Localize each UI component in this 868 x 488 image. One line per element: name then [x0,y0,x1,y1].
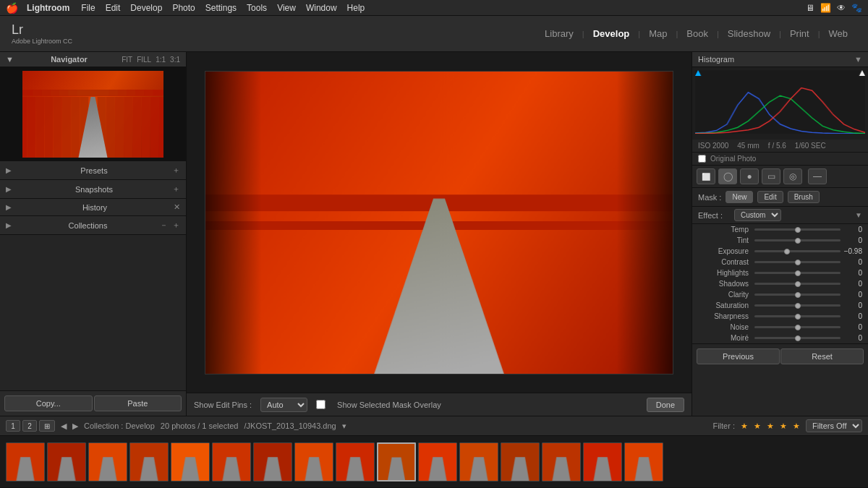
zoom-1-1[interactable]: 1:1 [156,56,166,64]
slider-track-noise[interactable] [754,326,841,328]
star-3[interactable]: ★ [767,421,774,431]
filmstrip-num-1[interactable]: 1 [6,420,20,432]
filmstrip-thumb[interactable] [542,442,581,481]
module-map[interactable]: Map [640,25,676,42]
grid-view-btn[interactable]: ⊞ [39,420,55,432]
circle-tool[interactable]: ◯ [718,168,737,184]
presets-header[interactable]: ▶ Presets ＋ [0,161,186,179]
module-web[interactable]: Web [820,25,857,42]
history-header[interactable]: ▶ History ✕ [0,199,186,215]
slider-thumb-sharpness[interactable] [795,314,801,320]
slider-thumb-contrast[interactable] [795,260,801,265]
filmstrip-thumb[interactable] [212,442,251,481]
paste-button[interactable]: Paste [94,395,182,411]
rect-mask-tool[interactable]: ⬜ [697,168,715,184]
menu-photo[interactable]: Photo [172,3,195,13]
mask-brush-button[interactable]: Brush [788,191,820,203]
slider-track-highlights[interactable] [754,272,841,274]
slider-track-clarity[interactable] [754,294,841,296]
collections-add-icon[interactable]: ＋ [172,220,180,231]
zoom-fill[interactable]: FILL [137,56,151,64]
filmstrip-thumb[interactable] [47,442,86,481]
filmstrip-thumb[interactable] [418,442,457,481]
mask-edit-button[interactable]: Edit [757,191,783,203]
filters-dropdown[interactable]: Filters Off [806,419,862,432]
slider-track-moiré[interactable] [754,337,841,339]
slider-thumb-clarity[interactable] [795,292,801,298]
slider-thumb-tint[interactable] [795,238,801,244]
filmstrip-thumb[interactable] [294,442,333,481]
menu-tools[interactable]: Tools [247,3,267,13]
star-5[interactable]: ★ [793,421,800,431]
star-1[interactable]: ★ [741,421,748,431]
histogram-menu-icon[interactable]: ▼ [854,55,862,64]
filmstrip-thumb[interactable] [88,442,127,481]
menu-help[interactable]: Help [347,3,365,13]
menu-view[interactable]: View [277,3,296,13]
filmstrip-thumb[interactable] [501,442,540,481]
module-book[interactable]: Book [678,25,717,42]
snapshots-header[interactable]: ▶ Snapshots ＋ [0,180,186,198]
slider-track-sharpness[interactable] [754,315,841,317]
original-photo-checkbox[interactable] [698,155,706,163]
filmstrip-thumb[interactable] [377,442,416,481]
slider-thumb-noise[interactable] [795,325,801,330]
slider-thumb-moiré[interactable] [795,335,801,341]
filmstrip-thumb[interactable] [171,442,210,481]
menu-window[interactable]: Window [306,3,337,13]
module-library[interactable]: Library [536,25,582,42]
star-2[interactable]: ★ [754,421,761,431]
done-button[interactable]: Done [647,398,684,412]
filmstrip-thumb[interactable] [459,442,498,481]
history-clear-icon[interactable]: ✕ [174,202,180,212]
collections-header[interactable]: ▶ Collections － ＋ [0,216,186,234]
spot-removal-tool[interactable]: ● [740,168,759,184]
edit-pins-dropdown[interactable]: Auto Always Never [260,398,307,412]
previous-button[interactable]: Previous [697,348,780,364]
mask-overlay-checkbox[interactable] [316,400,326,409]
reset-button[interactable]: Reset [780,348,864,364]
effect-menu-icon[interactable]: ▼ [855,211,862,219]
slider-track-saturation[interactable] [754,304,841,307]
slider-thumb-exposure[interactable] [784,249,790,254]
slider-thumb-saturation[interactable] [795,303,801,309]
collections-remove-icon[interactable]: － [160,220,168,231]
slider-track-shadows[interactable] [754,283,841,285]
module-slideshow[interactable]: Slideshow [719,25,779,42]
module-develop[interactable]: Develop [584,25,639,42]
slider-track-temp[interactable] [754,228,841,231]
presets-add-icon[interactable]: ＋ [172,165,180,176]
filmstrip-thumb[interactable] [624,442,663,481]
menu-develop[interactable]: Develop [130,3,162,13]
slider-track-tint[interactable] [754,239,841,241]
navigator-collapse-icon[interactable]: ▼ [6,55,14,64]
filename-arrow[interactable]: ▾ [342,421,346,431]
apple-icon[interactable]: 🍎 [6,2,18,14]
filmstrip-thumb[interactable] [6,442,45,481]
zoom-fit[interactable]: FIT [122,56,132,64]
zoom-3-1[interactable]: 3:1 [170,56,180,64]
menu-file[interactable]: File [81,3,95,13]
adjustment-brush-tool[interactable]: — [808,168,827,184]
copy-button[interactable]: Copy... [4,395,93,411]
slider-thumb-shadows[interactable] [795,281,801,287]
slider-thumb-temp[interactable] [795,227,801,233]
slider-thumb-highlights[interactable] [795,270,801,276]
prev-arrow[interactable]: ◀ [61,421,67,431]
snapshots-add-icon[interactable]: ＋ [172,184,180,194]
crop-tool[interactable]: ▭ [762,168,780,184]
star-4[interactable]: ★ [780,421,787,431]
slider-track-contrast[interactable] [754,261,841,263]
filmstrip-thumb[interactable] [129,442,169,481]
filmstrip-thumb[interactable] [336,442,375,481]
menu-settings[interactable]: Settings [205,3,237,13]
filmstrip-num-2[interactable]: 2 [22,420,37,432]
module-print[interactable]: Print [781,25,818,42]
effect-dropdown[interactable]: Custom [734,209,781,221]
filmstrip-thumb[interactable] [253,442,292,481]
filmstrip-thumb[interactable] [583,442,622,481]
slider-track-exposure[interactable] [754,250,841,252]
radial-filter-tool[interactable]: ◎ [783,168,802,184]
menu-edit[interactable]: Edit [106,3,121,13]
mask-new-button[interactable]: New [726,191,753,203]
